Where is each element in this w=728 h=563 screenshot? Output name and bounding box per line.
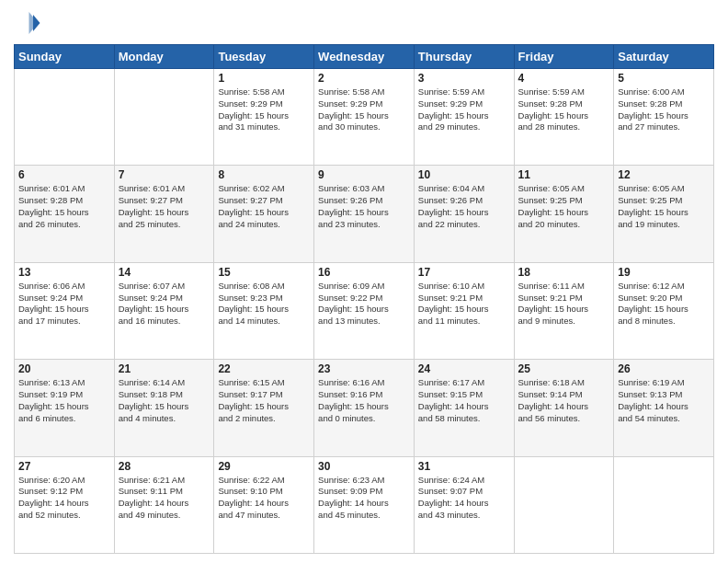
day-number: 27 <box>18 460 110 473</box>
day-info: Sunrise: 6:09 AM Sunset: 9:22 PM Dayligh… <box>318 281 410 327</box>
calendar-week-5: 27Sunrise: 6:20 AM Sunset: 9:12 PM Dayli… <box>15 456 714 553</box>
day-info: Sunrise: 6:22 AM Sunset: 9:10 PM Dayligh… <box>218 475 310 522</box>
day-info: Sunrise: 6:14 AM Sunset: 9:18 PM Dayligh… <box>119 377 210 424</box>
day-number: 5 <box>618 72 710 85</box>
calendar-cell: 5Sunrise: 6:00 AM Sunset: 9:28 PM Daylig… <box>614 69 714 166</box>
calendar-cell: 18Sunrise: 6:11 AM Sunset: 9:21 PM Dayli… <box>514 262 614 359</box>
day-info: Sunrise: 6:16 AM Sunset: 9:16 PM Dayligh… <box>318 377 410 424</box>
day-info: Sunrise: 6:17 AM Sunset: 9:15 PM Dayligh… <box>418 377 510 424</box>
day-number: 20 <box>18 362 110 375</box>
day-number: 31 <box>418 460 510 473</box>
day-info: Sunrise: 6:05 AM Sunset: 9:25 PM Dayligh… <box>518 183 610 230</box>
header <box>14 9 714 37</box>
day-info: Sunrise: 6:10 AM Sunset: 9:21 PM Dayligh… <box>418 281 510 327</box>
day-info: Sunrise: 6:08 AM Sunset: 9:23 PM Dayligh… <box>218 281 310 327</box>
calendar-cell: 8Sunrise: 6:02 AM Sunset: 9:27 PM Daylig… <box>214 166 314 262</box>
calendar-cell: 11Sunrise: 6:05 AM Sunset: 9:25 PM Dayli… <box>514 166 614 262</box>
day-number: 23 <box>318 362 410 375</box>
calendar-cell: 2Sunrise: 5:58 AM Sunset: 9:29 PM Daylig… <box>314 69 415 166</box>
day-number: 8 <box>218 168 310 181</box>
calendar-cell: 21Sunrise: 6:14 AM Sunset: 9:18 PM Dayli… <box>114 360 214 456</box>
day-number: 11 <box>518 168 610 181</box>
col-friday: Friday <box>514 45 614 69</box>
day-info: Sunrise: 6:20 AM Sunset: 9:12 PM Dayligh… <box>18 475 110 522</box>
calendar-week-2: 6Sunrise: 6:01 AM Sunset: 9:28 PM Daylig… <box>15 166 714 262</box>
day-number: 25 <box>518 362 610 375</box>
day-number: 24 <box>418 362 510 375</box>
day-number: 17 <box>418 266 510 279</box>
day-number: 10 <box>418 168 510 181</box>
day-number: 26 <box>618 362 710 375</box>
calendar-cell <box>114 69 214 166</box>
day-info: Sunrise: 6:21 AM Sunset: 9:11 PM Dayligh… <box>119 475 210 522</box>
day-number: 21 <box>119 362 210 375</box>
day-info: Sunrise: 6:12 AM Sunset: 9:20 PM Dayligh… <box>618 281 710 327</box>
day-info: Sunrise: 6:07 AM Sunset: 9:24 PM Dayligh… <box>119 281 210 327</box>
day-info: Sunrise: 6:24 AM Sunset: 9:07 PM Dayligh… <box>418 475 510 522</box>
calendar-cell: 25Sunrise: 6:18 AM Sunset: 9:14 PM Dayli… <box>514 360 614 456</box>
day-info: Sunrise: 6:03 AM Sunset: 9:26 PM Dayligh… <box>318 183 410 230</box>
col-thursday: Thursday <box>414 45 514 69</box>
calendar-cell: 13Sunrise: 6:06 AM Sunset: 9:24 PM Dayli… <box>15 262 115 359</box>
logo <box>14 9 45 37</box>
calendar-cell: 29Sunrise: 6:22 AM Sunset: 9:10 PM Dayli… <box>214 456 314 553</box>
day-number: 2 <box>318 72 410 85</box>
col-saturday: Saturday <box>614 45 714 69</box>
col-monday: Monday <box>114 45 214 69</box>
calendar-cell: 7Sunrise: 6:01 AM Sunset: 9:27 PM Daylig… <box>114 166 214 262</box>
calendar-cell: 26Sunrise: 6:19 AM Sunset: 9:13 PM Dayli… <box>614 360 714 456</box>
calendar-week-1: 1Sunrise: 5:58 AM Sunset: 9:29 PM Daylig… <box>15 69 714 166</box>
calendar-table: Sunday Monday Tuesday Wednesday Thursday… <box>14 44 714 554</box>
day-info: Sunrise: 6:01 AM Sunset: 9:28 PM Dayligh… <box>18 183 110 230</box>
day-number: 13 <box>18 266 110 279</box>
calendar-cell: 17Sunrise: 6:10 AM Sunset: 9:21 PM Dayli… <box>414 262 514 359</box>
day-number: 4 <box>518 72 610 85</box>
calendar-cell: 20Sunrise: 6:13 AM Sunset: 9:19 PM Dayli… <box>15 360 115 456</box>
calendar-cell: 12Sunrise: 6:05 AM Sunset: 9:25 PM Dayli… <box>614 166 714 262</box>
page: Sunday Monday Tuesday Wednesday Thursday… <box>0 0 728 563</box>
day-number: 30 <box>318 460 410 473</box>
day-number: 9 <box>318 168 410 181</box>
day-info: Sunrise: 6:19 AM Sunset: 9:13 PM Dayligh… <box>618 377 710 424</box>
day-info: Sunrise: 6:01 AM Sunset: 9:27 PM Dayligh… <box>119 183 210 230</box>
calendar-cell: 30Sunrise: 6:23 AM Sunset: 9:09 PM Dayli… <box>314 456 415 553</box>
calendar-week-3: 13Sunrise: 6:06 AM Sunset: 9:24 PM Dayli… <box>15 262 714 359</box>
day-number: 3 <box>418 72 510 85</box>
day-info: Sunrise: 6:00 AM Sunset: 9:28 PM Dayligh… <box>618 86 710 133</box>
calendar-cell: 1Sunrise: 5:58 AM Sunset: 9:29 PM Daylig… <box>214 69 314 166</box>
col-wednesday: Wednesday <box>314 45 415 69</box>
calendar-header-row: Sunday Monday Tuesday Wednesday Thursday… <box>15 45 714 69</box>
calendar-cell: 9Sunrise: 6:03 AM Sunset: 9:26 PM Daylig… <box>314 166 415 262</box>
calendar-week-4: 20Sunrise: 6:13 AM Sunset: 9:19 PM Dayli… <box>15 360 714 456</box>
calendar-cell: 28Sunrise: 6:21 AM Sunset: 9:11 PM Dayli… <box>114 456 214 553</box>
calendar-cell: 3Sunrise: 5:59 AM Sunset: 9:29 PM Daylig… <box>414 69 514 166</box>
calendar-cell: 19Sunrise: 6:12 AM Sunset: 9:20 PM Dayli… <box>614 262 714 359</box>
day-number: 18 <box>518 266 610 279</box>
day-number: 29 <box>218 460 310 473</box>
calendar-cell: 27Sunrise: 6:20 AM Sunset: 9:12 PM Dayli… <box>15 456 115 553</box>
calendar-cell <box>614 456 714 553</box>
day-info: Sunrise: 6:05 AM Sunset: 9:25 PM Dayligh… <box>618 183 710 230</box>
day-number: 22 <box>218 362 310 375</box>
day-info: Sunrise: 6:11 AM Sunset: 9:21 PM Dayligh… <box>518 281 610 327</box>
day-number: 7 <box>119 168 210 181</box>
col-tuesday: Tuesday <box>214 45 314 69</box>
day-info: Sunrise: 6:04 AM Sunset: 9:26 PM Dayligh… <box>418 183 510 230</box>
day-number: 12 <box>618 168 710 181</box>
calendar-cell: 10Sunrise: 6:04 AM Sunset: 9:26 PM Dayli… <box>414 166 514 262</box>
day-number: 1 <box>218 72 310 85</box>
day-info: Sunrise: 6:23 AM Sunset: 9:09 PM Dayligh… <box>318 475 410 522</box>
day-number: 16 <box>318 266 410 279</box>
calendar-cell: 23Sunrise: 6:16 AM Sunset: 9:16 PM Dayli… <box>314 360 415 456</box>
calendar-cell: 4Sunrise: 5:59 AM Sunset: 9:28 PM Daylig… <box>514 69 614 166</box>
day-info: Sunrise: 5:58 AM Sunset: 9:29 PM Dayligh… <box>318 86 410 133</box>
day-info: Sunrise: 5:58 AM Sunset: 9:29 PM Dayligh… <box>218 86 310 133</box>
col-sunday: Sunday <box>15 45 115 69</box>
day-number: 15 <box>218 266 310 279</box>
calendar-cell: 22Sunrise: 6:15 AM Sunset: 9:17 PM Dayli… <box>214 360 314 456</box>
day-number: 19 <box>618 266 710 279</box>
day-info: Sunrise: 6:06 AM Sunset: 9:24 PM Dayligh… <box>18 281 110 327</box>
day-info: Sunrise: 6:02 AM Sunset: 9:27 PM Dayligh… <box>218 183 310 230</box>
day-info: Sunrise: 5:59 AM Sunset: 9:28 PM Dayligh… <box>518 86 610 133</box>
calendar-cell: 31Sunrise: 6:24 AM Sunset: 9:07 PM Dayli… <box>414 456 514 553</box>
